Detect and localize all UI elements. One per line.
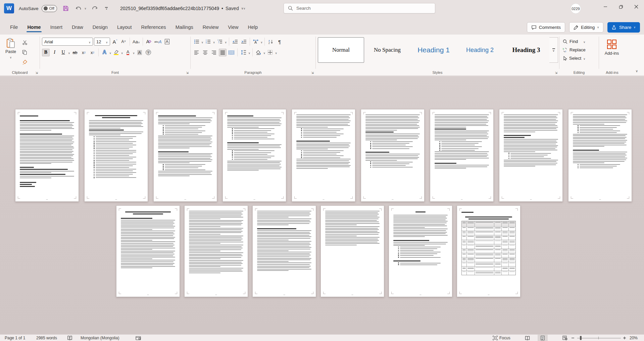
web-layout-button[interactable] <box>560 335 570 341</box>
page-thumbnail-4[interactable] <box>222 109 286 202</box>
text-effects-dropdown-icon[interactable] <box>109 49 111 55</box>
styles-dialog-launcher[interactable]: ⇲ <box>555 71 557 75</box>
superscript-button[interactable]: x2 <box>89 49 96 56</box>
tab-draw[interactable]: Draw <box>67 25 88 35</box>
zoom-in-button[interactable] <box>623 335 626 341</box>
align-left-button[interactable] <box>193 49 200 56</box>
page-thumbnail-6[interactable] <box>361 109 425 202</box>
autosave-toggle[interactable]: Off <box>42 5 57 12</box>
document-canvas[interactable] <box>0 76 644 334</box>
align-center-button[interactable] <box>201 49 209 56</box>
word-count[interactable]: 2985 words <box>36 335 57 341</box>
tab-help[interactable]: Help <box>243 25 263 35</box>
word-logo-icon[interactable]: W <box>4 3 14 13</box>
grow-font-button[interactable]: A^ <box>111 38 119 46</box>
decrease-indent-button[interactable] <box>231 38 239 46</box>
page-thumbnail-3[interactable] <box>153 109 217 202</box>
shrink-font-button[interactable]: A <box>120 38 128 46</box>
close-button[interactable] <box>629 0 644 13</box>
comments-button[interactable]: Comments <box>527 22 565 33</box>
addins-button[interactable]: Add-ins <box>601 37 623 56</box>
format-painter-button[interactable] <box>21 58 29 66</box>
bullets-button[interactable] <box>193 38 200 46</box>
multilevel-dropdown-icon[interactable] <box>225 39 227 45</box>
zoom-percentage[interactable]: 20% <box>630 335 638 341</box>
enclose-characters-button[interactable]: 字 <box>144 49 152 56</box>
bold-button[interactable]: B <box>42 49 50 56</box>
underline-dropdown-icon[interactable] <box>68 49 70 55</box>
change-case-button[interactable]: Aa <box>132 38 141 46</box>
paragraph-dialog-launcher[interactable]: ⇲ <box>311 71 314 75</box>
save-button[interactable] <box>62 4 70 12</box>
page-thumbnail-8[interactable] <box>499 109 563 202</box>
align-right-button[interactable] <box>210 49 218 56</box>
restore-button[interactable] <box>613 0 629 13</box>
line-spacing-button[interactable] <box>240 49 247 56</box>
numbering-button[interactable]: 123 <box>204 38 212 46</box>
numbering-dropdown-icon[interactable] <box>213 39 215 45</box>
cut-button[interactable] <box>21 39 29 46</box>
highlight-dropdown-icon[interactable] <box>121 49 123 55</box>
tab-references[interactable]: References <box>136 25 170 35</box>
page-thumbnail-9[interactable] <box>568 109 632 202</box>
undo-dropdown-icon[interactable]: ∨ <box>85 7 87 10</box>
replace-button[interactable]: bc Replace <box>561 46 587 54</box>
page-thumbnail-15[interactable] <box>457 205 521 297</box>
select-button[interactable]: Select <box>561 54 587 62</box>
tab-review[interactable]: Review <box>198 25 224 35</box>
shading-button[interactable] <box>255 49 262 56</box>
page-thumbnail-13[interactable] <box>320 205 384 297</box>
tab-home[interactable]: Home <box>22 25 45 35</box>
sort-button[interactable]: AZ <box>267 38 275 46</box>
share-button[interactable]: Share <box>607 22 640 33</box>
font-size-combo[interactable]: 12 <box>94 38 110 46</box>
bullets-dropdown-icon[interactable] <box>201 39 203 45</box>
tab-insert[interactable]: Insert <box>46 25 67 35</box>
page-indicator[interactable]: Page 1 of 1 <box>5 335 25 341</box>
style-heading-2[interactable]: Heading 2 <box>457 37 503 63</box>
tab-file[interactable]: File <box>5 25 22 35</box>
asian-layout-button[interactable]: A <box>252 38 260 46</box>
zoom-out-button[interactable] <box>571 335 575 341</box>
language-indicator[interactable]: Mongolian (Mongolia) <box>81 335 119 341</box>
font-dialog-launcher[interactable]: ⇲ <box>186 71 189 75</box>
tab-mailings[interactable]: Mailings <box>171 25 198 35</box>
page-thumbnail-2[interactable] <box>84 109 148 202</box>
focus-button[interactable]: Focus <box>493 335 510 341</box>
font-color-dropdown-icon[interactable] <box>133 49 135 55</box>
search-box[interactable]: Search <box>284 3 435 13</box>
page-thumbnail-11[interactable] <box>184 205 248 297</box>
document-title[interactable]: 202510_96ef3359df65addae6c224b1b1775049 … <box>120 0 245 17</box>
paste-button[interactable]: Paste <box>2 37 19 59</box>
shading-dropdown-icon[interactable] <box>263 49 265 55</box>
character-border-button[interactable]: A <box>163 38 171 46</box>
customize-toolbar-icon[interactable]: ∨ <box>104 7 109 10</box>
page-thumbnail-12[interactable] <box>252 205 316 297</box>
asian-layout-dropdown-icon[interactable] <box>261 39 263 45</box>
strikethrough-button[interactable]: ab <box>71 49 79 56</box>
styles-gallery-more-button[interactable]: ∨ <box>549 37 558 63</box>
zoom-slider[interactable] <box>577 335 621 341</box>
title-dropdown-icon[interactable]: ∨ <box>241 7 245 10</box>
italic-button[interactable]: I <box>51 49 58 56</box>
increase-indent-button[interactable] <box>240 38 248 46</box>
clear-formatting-button[interactable]: A <box>145 38 153 46</box>
underline-button[interactable]: U <box>59 49 67 56</box>
tab-view[interactable]: View <box>223 25 243 35</box>
highlight-button[interactable] <box>112 49 120 56</box>
subscript-button[interactable]: x2 <box>80 49 88 56</box>
style-normal[interactable]: Normal <box>318 37 364 63</box>
print-layout-button[interactable] <box>538 335 548 341</box>
page-thumbnail-7[interactable] <box>430 109 494 202</box>
macro-record-icon[interactable] <box>136 335 141 341</box>
style-heading-3[interactable]: Heading 3 <box>503 37 549 63</box>
autosave-control[interactable]: AutoSave Off <box>19 5 57 12</box>
redo-button[interactable] <box>91 4 99 12</box>
style-heading-1[interactable]: Heading 1 <box>410 37 457 63</box>
character-shading-button[interactable]: A <box>136 49 143 56</box>
show-marks-button[interactable]: ¶ <box>276 38 283 46</box>
collapse-ribbon-icon[interactable]: ∨ <box>636 69 638 73</box>
page-thumbnail-1[interactable] <box>15 109 79 202</box>
read-mode-button[interactable] <box>522 335 532 341</box>
clipboard-dialog-launcher[interactable]: ⇲ <box>35 71 38 75</box>
